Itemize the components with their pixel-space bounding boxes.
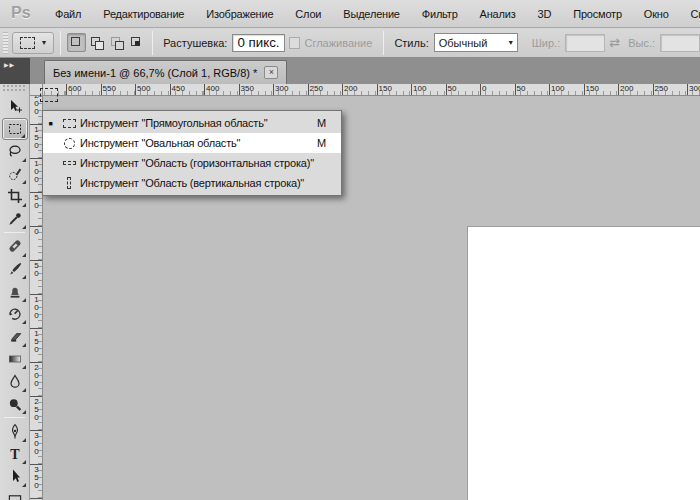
panel-collapse-button[interactable]: ▶▶ xyxy=(0,58,30,84)
rectangular-marquee-tool-button[interactable] xyxy=(2,118,28,141)
close-icon[interactable]: × xyxy=(264,66,278,79)
rect-marquee-icon xyxy=(58,119,80,128)
healing-brush-tool-button[interactable] xyxy=(2,235,28,258)
new-selection-icon xyxy=(71,37,80,46)
menu-item-5[interactable]: Выделение xyxy=(332,0,411,28)
ruler-label: 600 xyxy=(68,84,81,93)
document-tab[interactable]: Без имени-1 @ 66,7% (Слой 1, RGB/8) * × xyxy=(44,60,287,84)
flyout-corner-icon xyxy=(22,158,26,162)
ruler-label: 250 xyxy=(32,398,41,422)
ruler-tick xyxy=(66,84,67,96)
subtract-from-selection-button[interactable] xyxy=(107,33,126,52)
menu-item-2[interactable]: Редактирование xyxy=(92,0,195,28)
height-input xyxy=(660,34,700,52)
flyout-item-label: Инструмент "Область (горизонтальная стро… xyxy=(80,157,317,169)
flyout-item-2[interactable]: Инструмент "Овальная область"M xyxy=(43,133,341,153)
flyout-corner-icon xyxy=(22,253,26,257)
flyout-corner-icon xyxy=(22,438,26,442)
horizontal-ruler: 6005505004504003503002502001501005005010… xyxy=(30,84,700,96)
ruler-label: 350 xyxy=(32,466,41,490)
antialias-label: Сглаживание xyxy=(304,37,372,49)
antialias-checkbox[interactable] xyxy=(289,37,300,49)
width-input xyxy=(565,34,605,52)
chevron-down-icon: ▾ xyxy=(509,38,513,47)
menu-item-1[interactable]: Файл xyxy=(44,0,92,28)
document-canvas[interactable] xyxy=(467,226,700,500)
ruler-label: 200 xyxy=(620,84,633,93)
ruler-tick xyxy=(653,84,654,96)
clone-stamp-tool-button[interactable] xyxy=(2,280,28,303)
new-selection-button[interactable] xyxy=(67,33,86,52)
menu-item-7[interactable]: Анализ xyxy=(469,0,527,28)
intersect-selection-button[interactable] xyxy=(127,33,146,52)
ruler-label: 250 xyxy=(310,84,323,93)
ruler-label: 0 xyxy=(32,228,41,236)
svg-text:T: T xyxy=(10,447,20,462)
rectangle-shape-tool-button[interactable] xyxy=(2,488,28,500)
ruler-tick xyxy=(342,84,343,96)
ruler-tick xyxy=(101,84,102,96)
ruler-label: 100 xyxy=(413,84,426,93)
quick-selection-tool-button[interactable] xyxy=(2,163,28,186)
double-arrow-icon: ▶▶ xyxy=(4,62,15,68)
crop-tool-button[interactable] xyxy=(2,185,28,208)
tool-preset-button[interactable]: ▾ xyxy=(12,32,55,54)
move-tool-button[interactable] xyxy=(2,95,28,118)
eyedropper-tool-button[interactable] xyxy=(2,208,28,231)
lasso-tool-button[interactable] xyxy=(2,140,28,163)
flyout-item-3[interactable]: Инструмент "Область (горизонтальная стро… xyxy=(43,153,341,173)
ruler-label: 50 xyxy=(448,84,457,93)
ruler-tick xyxy=(411,84,412,96)
flyout-corner-icon xyxy=(22,483,26,487)
menu-item-11[interactable]: Справка xyxy=(680,0,700,28)
gradient-tool-button[interactable] xyxy=(2,348,28,371)
flyout-item-label: Инструмент "Прямоугольная область" xyxy=(80,117,317,129)
ruler-tick xyxy=(204,84,205,96)
flyout-item-shortcut: M xyxy=(317,117,341,129)
style-dropdown[interactable]: Обычный ▾ xyxy=(434,33,518,52)
ruler-label: 550 xyxy=(103,84,116,93)
menu-item-4[interactable]: Слои xyxy=(284,0,332,28)
feather-input[interactable] xyxy=(232,34,285,52)
menu-item-9[interactable]: Просмотр xyxy=(562,0,633,28)
selection-mode-group xyxy=(67,33,146,52)
flyout-corner-icon xyxy=(22,275,26,279)
flyout-item-1[interactable]: ■Инструмент "Прямоугольная область"M xyxy=(43,113,341,133)
menu-item-3[interactable]: Изображение xyxy=(195,0,284,28)
intersect-selection-icon-dot xyxy=(135,41,140,46)
eraser-tool-button[interactable] xyxy=(2,325,28,348)
marquee-cursor-icon xyxy=(40,88,58,102)
options-bar: ▾ Растушевка: Сглаживание Стиль: Обычный… xyxy=(0,28,700,58)
ruler-label: 300 xyxy=(275,84,288,93)
type-tool-button[interactable]: T xyxy=(2,443,28,466)
flyout-item-4[interactable]: Инструмент "Область (вертикальная строка… xyxy=(43,173,341,193)
menu-item-10[interactable]: Окно xyxy=(633,0,680,28)
history-brush-tool-button[interactable] xyxy=(2,303,28,326)
style-value: Обычный xyxy=(439,37,488,49)
menu-item-6[interactable]: Фильтр xyxy=(411,0,469,28)
flyout-corner-icon xyxy=(22,320,26,324)
menu-item-8[interactable]: 3D xyxy=(527,0,563,28)
tab-bar: ▶▶ Без имени-1 @ 66,7% (Слой 1, RGB/8) *… xyxy=(0,58,700,84)
ruler-label: 400 xyxy=(206,84,219,93)
ruler-label: 100 xyxy=(551,84,564,93)
horizontal-ruler-minor-ticks xyxy=(30,91,700,95)
tool-flyout-menu: ■Инструмент "Прямоугольная область"MИнст… xyxy=(42,110,342,196)
blur-tool-button[interactable] xyxy=(2,370,28,393)
tools-panel-grip xyxy=(3,85,26,93)
ruler-tick xyxy=(239,84,240,96)
pen-tool-button[interactable] xyxy=(2,420,28,443)
add-to-selection-button[interactable] xyxy=(87,33,106,52)
ruler-label: 200 xyxy=(32,364,41,388)
style-label: Стиль: xyxy=(394,37,428,49)
path-selection-tool-button[interactable] xyxy=(2,465,28,488)
ruler-tick xyxy=(273,84,274,96)
options-bar-grip xyxy=(3,32,8,54)
ruler-label: 50 xyxy=(517,84,526,93)
flyout-corner-icon xyxy=(22,225,26,229)
menu-items: ФайлРедактированиеИзображениеСлоиВыделен… xyxy=(44,0,700,27)
dodge-tool-button[interactable] xyxy=(2,393,28,416)
ruler-label: 250 xyxy=(655,84,668,93)
ruler-label: 0 xyxy=(482,84,486,93)
brush-tool-button[interactable] xyxy=(2,258,28,281)
